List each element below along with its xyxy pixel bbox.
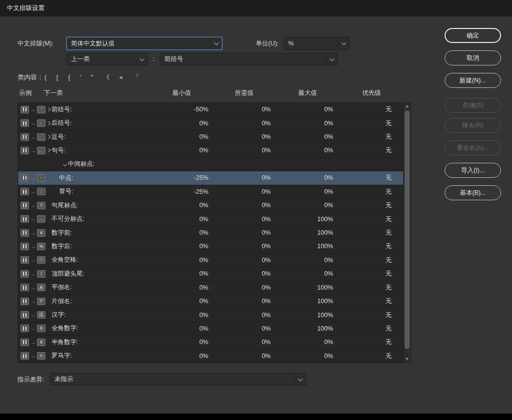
table-row[interactable]: → 8 全角数字: 0% 0% 100% 无 <box>18 322 403 336</box>
expand-chevron-icon[interactable] <box>46 148 50 152</box>
priority-value[interactable]: 无 <box>386 146 392 155</box>
min-value[interactable]: 0% <box>199 270 208 277</box>
priority-value[interactable]: 无 <box>386 174 392 182</box>
min-value[interactable]: 0% <box>199 312 208 319</box>
desired-value[interactable]: 0% <box>262 133 271 140</box>
min-value[interactable]: 0% <box>199 147 208 154</box>
table-row[interactable]: → 「 前括号: -50% 0% 0% 无 <box>18 103 403 116</box>
min-value[interactable]: 0% <box>199 298 208 305</box>
priority-value[interactable]: 无 <box>386 352 392 360</box>
table-row[interactable]: → 8 半角数字: 0% 0% 0% 无 <box>18 336 403 349</box>
desired-value[interactable]: 0% <box>262 147 271 154</box>
min-value[interactable]: 0% <box>199 284 208 291</box>
table-row[interactable]: → 」 后括号: 0% 0% 0% 无 <box>18 116 403 130</box>
max-value[interactable]: 0% <box>324 120 333 127</box>
desired-value[interactable]: 0% <box>262 174 271 181</box>
priority-value[interactable]: 无 <box>386 256 392 264</box>
priority-value[interactable]: 无 <box>386 119 392 127</box>
priority-value[interactable]: 无 <box>386 311 392 319</box>
desired-value[interactable]: 0% <box>262 298 271 305</box>
import-button[interactable]: 导入(I)... <box>445 163 501 178</box>
min-value[interactable]: 0% <box>199 202 208 209</box>
priority-value[interactable]: 无 <box>386 229 392 237</box>
table-row[interactable]: → / 顶部避头尾: 0% 0% 0% 无 <box>18 267 403 281</box>
desired-value[interactable]: 0% <box>262 339 271 346</box>
desired-value[interactable]: 0% <box>262 202 271 209</box>
table-row[interactable]: → 。 句号: 0% 0% 0% 无 <box>18 144 403 157</box>
max-value[interactable]: 0% <box>324 174 333 181</box>
scrollbar-thumb[interactable] <box>405 110 410 349</box>
max-value[interactable]: 0% <box>324 339 333 346</box>
chevron-down-icon[interactable] <box>210 37 222 49</box>
priority-value[interactable]: 无 <box>386 283 392 292</box>
prev-class-select[interactable]: 上一类 <box>66 53 148 65</box>
ok-button[interactable]: 确定 <box>445 28 501 43</box>
scroll-down-icon[interactable] <box>404 356 411 363</box>
min-value[interactable]: 0% <box>199 120 208 127</box>
cancel-button[interactable]: 取消 <box>445 50 501 65</box>
table-row[interactable]: → 汉 汉字: 0% 0% 100% 无 <box>18 308 403 322</box>
table-row[interactable]: → ¥ 数字前: 0% 0% 100% 无 <box>18 226 403 240</box>
table-row[interactable]: → 、 逗号: 0% 0% 0% 无 <box>18 130 403 144</box>
max-value[interactable]: 0% <box>324 147 333 154</box>
desired-value[interactable]: 0% <box>262 284 271 291</box>
table-row[interactable]: → □ 全角空格: 0% 0% 0% 无 <box>18 254 403 267</box>
desired-value[interactable]: 0% <box>262 257 271 264</box>
desired-value[interactable]: 0% <box>262 312 271 319</box>
desired-value[interactable]: 0% <box>262 325 271 332</box>
priority-value[interactable]: 无 <box>386 297 392 306</box>
priority-value[interactable]: 无 <box>386 187 392 196</box>
priority-value[interactable]: 无 <box>386 338 392 347</box>
min-value[interactable]: 0% <box>199 216 208 223</box>
priority-value[interactable]: 无 <box>386 105 392 114</box>
desired-value[interactable]: 0% <box>262 120 271 127</box>
table-row[interactable]: → A 罗马字: 0% 0% 0% 无 <box>18 350 403 363</box>
max-value[interactable]: 100% <box>317 312 333 319</box>
desired-value[interactable]: 0% <box>262 353 271 360</box>
chevron-down-icon[interactable] <box>294 374 306 385</box>
min-value[interactable]: 0% <box>199 325 208 332</box>
expand-chevron-icon[interactable] <box>63 162 67 166</box>
min-value[interactable]: 0% <box>199 257 208 264</box>
expand-chevron-icon[interactable] <box>46 121 50 125</box>
max-value[interactable]: 100% <box>317 284 333 291</box>
max-value[interactable]: 0% <box>324 353 333 360</box>
table-row[interactable]: → ア 片假名: 0% 0% 100% 无 <box>18 295 403 308</box>
priority-value[interactable]: 无 <box>386 324 392 333</box>
max-value[interactable]: 0% <box>324 188 333 195</box>
desired-value[interactable]: 0% <box>262 243 271 250</box>
priority-value[interactable]: 无 <box>386 215 392 223</box>
table-row[interactable]: → ： 冒号: -25% 0% 0% 无 <box>18 185 403 199</box>
max-value[interactable]: 0% <box>324 106 333 113</box>
max-value[interactable]: 100% <box>317 325 333 332</box>
table-row[interactable]: → % 数字后: 0% 0% 100% 无 <box>18 240 403 253</box>
priority-value[interactable]: 无 <box>386 133 392 141</box>
current-class-select[interactable]: 前括号 <box>160 53 338 65</box>
min-value[interactable]: -50% <box>194 106 208 113</box>
desired-value[interactable]: 0% <box>262 229 271 236</box>
priority-value[interactable]: 无 <box>386 242 392 251</box>
max-value[interactable]: 0% <box>324 270 333 277</box>
min-value[interactable]: 0% <box>199 229 208 236</box>
composition-select[interactable]: 简体中文默认值 <box>66 37 222 50</box>
priority-value[interactable]: 无 <box>386 201 392 210</box>
min-value[interactable]: 0% <box>199 353 208 360</box>
desired-value[interactable]: 0% <box>262 188 271 195</box>
desired-value[interactable]: 0% <box>262 106 271 113</box>
priority-value[interactable]: 无 <box>386 270 392 278</box>
max-value[interactable]: 100% <box>317 298 333 305</box>
max-value[interactable]: 100% <box>317 243 333 250</box>
min-value[interactable]: -25% <box>194 188 208 195</box>
table-row[interactable]: → ・ 中点: -25% 0% 0% 无 <box>18 171 403 185</box>
min-value[interactable]: 0% <box>199 339 208 346</box>
table-row[interactable]: → … 不可分标点: 0% 0% 100% 无 <box>18 212 403 226</box>
max-value[interactable]: 0% <box>324 202 333 209</box>
max-value[interactable]: 100% <box>317 229 333 236</box>
table-row[interactable]: → ? 句尾标点: 0% 0% 0% 无 <box>18 199 403 212</box>
desired-value[interactable]: 0% <box>262 270 271 277</box>
scrollbar[interactable] <box>403 103 411 363</box>
desired-value[interactable]: 0% <box>262 216 271 223</box>
indicate-diff-select[interactable]: 未指示 <box>50 373 306 386</box>
expand-chevron-icon[interactable] <box>46 107 50 111</box>
table-row[interactable]: → あ 平假名: 0% 0% 100% 无 <box>18 281 403 294</box>
